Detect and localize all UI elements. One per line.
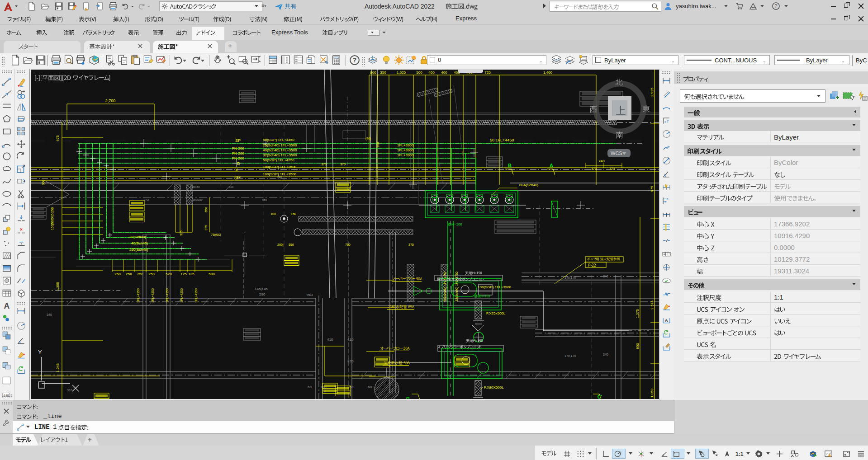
svg-text:2,700: 2,700 bbox=[105, 99, 116, 103]
svg-text:100(SGP) 1FL+3500: 100(SGP) 1FL+3500 bbox=[263, 172, 297, 176]
svg-text:1FL+3900: 1FL+3900 bbox=[397, 143, 414, 147]
svg-text:1,275: 1,275 bbox=[636, 309, 640, 318]
svg-text:1FL+3900: 1FL+3900 bbox=[397, 153, 414, 157]
svg-text:350: 350 bbox=[380, 70, 386, 75]
svg-text:375: 375 bbox=[408, 243, 414, 246]
svg-text:370: 370 bbox=[321, 163, 327, 166]
svg-text:100(SGP) 1FL+3500: 100(SGP) 1FL+3500 bbox=[263, 165, 297, 169]
svg-text:200|: 200| bbox=[277, 243, 284, 247]
svg-text:60: 60 bbox=[368, 385, 372, 389]
svg-text:800: 800 bbox=[370, 70, 376, 75]
svg-text:975: 975 bbox=[650, 186, 654, 192]
svg-text:580: 580 bbox=[262, 198, 267, 201]
svg-text:D: D bbox=[237, 161, 240, 166]
svg-text:340: 340 bbox=[603, 353, 608, 356]
svg-text:50(Sch40) 1FL+3750: 50(Sch40) 1FL+3750 bbox=[443, 272, 447, 301]
svg-text:520: 520 bbox=[166, 272, 172, 276]
svg-text:32(Sch40): 32(Sch40) bbox=[129, 235, 146, 239]
svg-text:410: 410 bbox=[347, 338, 354, 342]
svg-text:500: 500 bbox=[209, 272, 215, 276]
svg-text:?: ? bbox=[353, 56, 357, 64]
svg-text:SP: SP bbox=[234, 176, 240, 180]
svg-text:40(Sch40) 1FL+3500: 40(Sch40) 1FL+3500 bbox=[263, 148, 297, 152]
svg-text:100: 100 bbox=[376, 142, 379, 147]
svg-text:820: 820 bbox=[347, 359, 354, 363]
svg-text:32(Sch40) 1FL+3750: 32(Sch40) 1FL+3750 bbox=[455, 272, 459, 301]
svg-text:370: 370 bbox=[340, 163, 346, 166]
svg-text:100(SGP) 1FL+3900: 100(SGP) 1FL+3900 bbox=[478, 285, 512, 289]
svg-text:800: 800 bbox=[636, 343, 640, 349]
svg-text:740: 740 bbox=[598, 159, 605, 163]
svg-text:SP: SP bbox=[235, 138, 241, 143]
svg-text:1,245: 1,245 bbox=[56, 363, 60, 372]
svg-text:50 1FL+4450: 50 1FL+4450 bbox=[490, 138, 514, 142]
svg-text:B: B bbox=[508, 163, 512, 168]
svg-text:400: 400 bbox=[441, 70, 447, 75]
svg-text:?: ? bbox=[775, 4, 778, 9]
svg-text:1FL+4250: 1FL+4250 bbox=[137, 288, 140, 303]
svg-text:963: 963 bbox=[307, 293, 313, 297]
svg-text:C': C' bbox=[598, 394, 602, 399]
svg-text:X: X bbox=[235, 168, 238, 172]
svg-text:⊕: ⊕ bbox=[663, 253, 665, 256]
svg-text:125: 125 bbox=[180, 272, 187, 276]
svg-text:150|150: 150|150 bbox=[193, 198, 203, 201]
svg-text:170,170: 170,170 bbox=[564, 276, 576, 279]
svg-text:50(SGP) 1FL+4450: 50(SGP) 1FL+4450 bbox=[263, 138, 294, 142]
svg-text:410: 410 bbox=[229, 186, 234, 188]
svg-text:50(SGP) 1FL+4250: 50(SGP) 1FL+4250 bbox=[263, 158, 294, 162]
svg-text:1FL+3900: 1FL+3900 bbox=[397, 148, 414, 152]
svg-text:1,025: 1,025 bbox=[397, 70, 406, 75]
svg-text:150|50|50|50|50: 150|50|50|50|50 bbox=[51, 207, 54, 230]
svg-text:300: 300 bbox=[42, 180, 45, 185]
svg-text:WCS: WCS bbox=[611, 150, 622, 156]
svg-text:32(Sch40) 1FL+3500: 32(Sch40) 1FL+3500 bbox=[263, 153, 297, 157]
svg-text:1,355: 1,355 bbox=[56, 282, 60, 291]
svg-text:410: 410 bbox=[327, 338, 333, 342]
svg-text:A: A bbox=[4, 301, 9, 310]
svg-text:条H=100: 条H=100 bbox=[448, 222, 462, 226]
svg-text:F.Х80X500L: F.Х80X500L bbox=[484, 385, 504, 390]
svg-text:1FL+4250: 1FL+4250 bbox=[151, 288, 154, 303]
svg-text:375: 375 bbox=[204, 225, 208, 230]
svg-text:Y: Y bbox=[38, 349, 42, 356]
svg-text:170,170: 170,170 bbox=[564, 354, 576, 357]
svg-text:!: ! bbox=[830, 454, 831, 457]
svg-text:1FL+4250: 1FL+4250 bbox=[194, 288, 198, 303]
svg-text:FN-200: FN-200 bbox=[232, 146, 244, 150]
svg-text:y: y bbox=[667, 118, 669, 122]
svg-text:370: 370 bbox=[609, 167, 615, 170]
svg-text:2,925: 2,925 bbox=[650, 87, 654, 97]
svg-text:145|145: 145|145 bbox=[255, 287, 268, 291]
svg-text:1FL+4250: 1FL+4250 bbox=[180, 288, 183, 303]
svg-text:500: 500 bbox=[416, 70, 422, 75]
svg-text:400: 400 bbox=[428, 70, 435, 75]
svg-text:310: 310 bbox=[67, 389, 72, 392]
svg-text:2,574: 2,574 bbox=[650, 300, 654, 310]
svg-text:1,050: 1,050 bbox=[650, 388, 654, 398]
svg-text:G: G bbox=[406, 396, 410, 399]
svg-text:675: 675 bbox=[56, 135, 60, 141]
svg-text:.1: .1 bbox=[669, 253, 671, 256]
svg-text:550: 550 bbox=[289, 243, 294, 246]
svg-text:375: 375 bbox=[180, 230, 183, 236]
svg-text:250: 250 bbox=[114, 272, 121, 276]
svg-text:150: 150 bbox=[291, 212, 296, 216]
svg-text:40(Sch40): 40(Sch40) bbox=[131, 241, 148, 245]
svg-text:A: A bbox=[550, 163, 553, 168]
svg-text:650: 650 bbox=[204, 207, 208, 212]
svg-text:290: 290 bbox=[259, 292, 266, 296]
svg-text:(40): (40) bbox=[365, 137, 371, 141]
svg-text:FN-200: FN-200 bbox=[232, 151, 244, 155]
svg-text:80A(Sch40): 80A(Sch40) bbox=[519, 183, 539, 187]
svg-text:1FL+4250: 1FL+4250 bbox=[166, 288, 169, 303]
svg-text:370: 370 bbox=[591, 167, 597, 170]
svg-text:700: 700 bbox=[345, 243, 351, 246]
svg-text:100: 100 bbox=[270, 212, 276, 216]
svg-text:x: x bbox=[664, 119, 666, 123]
svg-text:F.Х25x500L: F.Х25x500L bbox=[486, 311, 506, 315]
svg-text:250: 250 bbox=[148, 272, 155, 276]
svg-text:60: 60 bbox=[308, 385, 312, 389]
svg-text:25(Sch40) 1FL+3500: 25(Sch40) 1FL+3500 bbox=[263, 143, 297, 147]
svg-text:725: 725 bbox=[484, 70, 491, 75]
